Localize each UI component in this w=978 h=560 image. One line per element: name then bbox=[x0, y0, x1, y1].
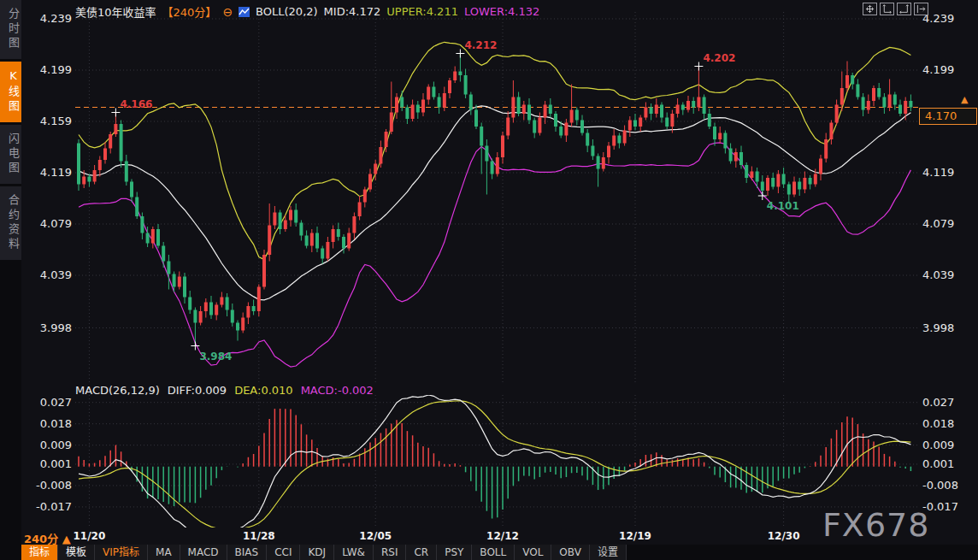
macd-tick-left: -0.017 bbox=[26, 500, 72, 514]
macd-tick-left: 0.027 bbox=[26, 396, 72, 410]
macd-tick-right: -0.008 bbox=[922, 479, 958, 492]
x-axis-date-11-20: 11/20 bbox=[74, 530, 106, 542]
instrument-title: 美债10年收益率 bbox=[75, 3, 156, 20]
sidebar-tab-合约资料[interactable]: 合约资料 bbox=[0, 186, 21, 260]
price-tick-left: 4.039 bbox=[26, 268, 72, 282]
pan-move-icon[interactable] bbox=[863, 3, 877, 15]
macd-tick-left: -0.008 bbox=[26, 479, 72, 492]
chart-type-sidebar: 分时图K线图闪电图合约资料 bbox=[0, 0, 21, 560]
trading-app-window: 分时图K线图闪电图合约资料 美债10年收益率 【240分】 ⊖ BOLL(20,… bbox=[0, 0, 978, 560]
price-tick-right: 4.119 bbox=[922, 166, 954, 180]
period-selector-label: 240分 bbox=[24, 533, 58, 545]
sidebar-tab-闪电图[interactable]: 闪电图 bbox=[0, 125, 21, 184]
line-chart-icon bbox=[239, 7, 250, 17]
indicator-button-PSY[interactable]: PSY bbox=[437, 545, 472, 560]
indicator-button-VOL[interactable]: VOL bbox=[515, 545, 551, 560]
price-tick-left: 4.079 bbox=[26, 217, 72, 231]
x-axis-date-12-05: 12/05 bbox=[359, 530, 392, 542]
macd-tick-right: -0.017 bbox=[922, 500, 958, 514]
price-annotation-4.202: 4.202 bbox=[703, 52, 735, 64]
macd-indicator-label: MACD(26,12,9) bbox=[75, 384, 160, 397]
last-price-tag: 4.170 bbox=[919, 108, 977, 125]
macd-dea-value: DEA:0.010 bbox=[234, 384, 293, 397]
x-axis-scale-icon[interactable] bbox=[897, 3, 911, 15]
indicator-button-BIAS[interactable]: BIAS bbox=[227, 545, 268, 560]
shift-right-icon[interactable] bbox=[914, 3, 928, 15]
indicator-button-OBV[interactable]: OBV bbox=[551, 545, 590, 560]
indicator-button-设置[interactable]: 设置 bbox=[590, 545, 627, 560]
indicator-button-MACD[interactable]: MACD bbox=[180, 545, 227, 560]
macd-tick-right: 0.018 bbox=[922, 417, 954, 431]
price-annotation-3.984: 3.984 bbox=[199, 351, 232, 363]
collapse-indicator-icon[interactable]: ⊖ bbox=[222, 5, 233, 19]
price-tick-right: 4.079 bbox=[922, 217, 954, 231]
period-selector-arrow-icon: ▲ bbox=[62, 533, 71, 545]
indicator-button-CR[interactable]: CR bbox=[406, 545, 437, 560]
sidebar-tab-分时图[interactable]: 分时图 bbox=[0, 0, 21, 59]
price-up-arrow-icon: ▲ bbox=[961, 94, 968, 105]
x-axis-date-12-19: 12/19 bbox=[619, 530, 651, 542]
sidebar-tab-K线图[interactable]: K线图 bbox=[0, 62, 21, 122]
price-tick-right: 4.039 bbox=[922, 268, 954, 282]
indicator-button-LW&[interactable]: LW& bbox=[334, 545, 374, 560]
macd-tick-left: 0.001 bbox=[26, 457, 72, 471]
chart-canvas[interactable] bbox=[0, 0, 978, 560]
price-annotation-4.212: 4.212 bbox=[464, 39, 497, 51]
chart-header: 美债10年收益率 【240分】 ⊖ BOLL(20,2) MID:4.172 U… bbox=[75, 3, 539, 20]
price-annotation-4.101: 4.101 bbox=[767, 200, 799, 212]
y-axis-scale-icon[interactable] bbox=[880, 3, 894, 15]
price-tick-left: 4.159 bbox=[26, 115, 72, 128]
price-tick-right: 3.998 bbox=[922, 321, 954, 335]
indicator-button-RSI[interactable]: RSI bbox=[374, 545, 407, 560]
price-tick-left: 4.119 bbox=[26, 166, 72, 180]
boll-mid-value: MID:4.172 bbox=[324, 5, 381, 18]
macd-tick-right: 0.009 bbox=[922, 439, 954, 452]
macd-tick-left: 0.018 bbox=[26, 417, 72, 431]
x-axis-date-12-12: 12/12 bbox=[486, 530, 519, 542]
watermark: FX678 bbox=[822, 506, 929, 544]
macd-tick-right: 0.027 bbox=[922, 396, 954, 410]
boll-lower-value: LOWER:4.132 bbox=[464, 5, 539, 18]
chart-tools bbox=[863, 3, 928, 15]
macd-tick-left: 0.009 bbox=[26, 439, 72, 452]
indicator-toolbar: 指标模板VIP指标MAMACDBIASCCIKDJLW&RSICRPSYBOLL… bbox=[21, 545, 978, 560]
price-annotation-4.166: 4.166 bbox=[120, 98, 152, 110]
x-axis-date-12-30: 12/30 bbox=[768, 530, 800, 542]
indicator-button-MA[interactable]: MA bbox=[148, 545, 180, 560]
period-badge[interactable]: 【240分】 bbox=[162, 3, 217, 20]
indicator-button-CCI[interactable]: CCI bbox=[267, 545, 300, 560]
price-tick-left: 4.239 bbox=[26, 12, 72, 26]
macd-hist-value: MACD:-0.002 bbox=[301, 384, 374, 397]
price-tick-right: 4.199 bbox=[922, 63, 954, 77]
macd-header: MACD(26,12,9) DIFF:0.009 DEA:0.010 MACD:… bbox=[75, 384, 374, 397]
indicator-button-模板[interactable]: 模板 bbox=[58, 545, 95, 560]
indicator-button-指标[interactable]: 指标 bbox=[21, 545, 58, 560]
x-axis-date-11-28: 11/28 bbox=[243, 530, 275, 542]
price-tick-left: 3.998 bbox=[26, 321, 72, 335]
indicator-button-BOLL[interactable]: BOLL bbox=[472, 545, 515, 560]
boll-upper-value: UPPER:4.211 bbox=[386, 5, 458, 18]
macd-diff-value: DIFF:0.009 bbox=[168, 384, 227, 397]
indicator-button-VIP指标[interactable]: VIP指标 bbox=[95, 545, 148, 560]
macd-tick-right: 0.001 bbox=[922, 457, 954, 471]
boll-indicator-label: BOLL(20,2) bbox=[256, 5, 318, 18]
indicator-button-KDJ[interactable]: KDJ bbox=[300, 545, 334, 560]
price-tick-left: 4.199 bbox=[26, 63, 72, 77]
